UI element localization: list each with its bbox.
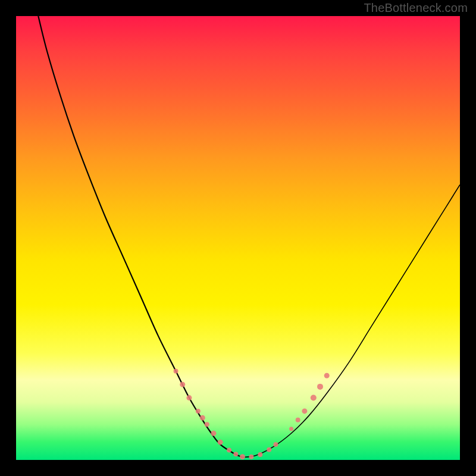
- data-marker: [289, 427, 293, 431]
- marker-group: [174, 369, 330, 459]
- bottleneck-curve-left-path: [38, 16, 242, 458]
- data-marker: [273, 442, 278, 447]
- watermark-text: TheBottleneck.com: [364, 1, 468, 15]
- data-marker: [227, 448, 231, 453]
- chart-container: TheBottleneck.com: [0, 0, 476, 476]
- data-marker: [174, 369, 178, 374]
- curve-svg: [16, 16, 460, 460]
- data-marker: [267, 447, 271, 452]
- data-marker: [317, 384, 323, 390]
- plot-area: [16, 16, 460, 460]
- data-marker: [205, 422, 209, 427]
- data-marker: [240, 454, 245, 459]
- curve-group: [38, 16, 460, 458]
- data-marker: [196, 409, 201, 414]
- data-marker: [302, 408, 307, 414]
- data-marker: [233, 452, 238, 456]
- bottleneck-curve-right-path: [242, 184, 460, 457]
- data-marker: [258, 452, 262, 457]
- data-marker: [324, 373, 330, 378]
- data-marker: [218, 440, 223, 445]
- data-marker: [296, 418, 300, 422]
- data-marker: [186, 395, 192, 400]
- data-marker: [249, 455, 253, 459]
- data-marker: [211, 431, 216, 436]
- data-marker: [311, 395, 317, 401]
- data-marker: [180, 382, 185, 387]
- data-marker: [200, 415, 205, 421]
